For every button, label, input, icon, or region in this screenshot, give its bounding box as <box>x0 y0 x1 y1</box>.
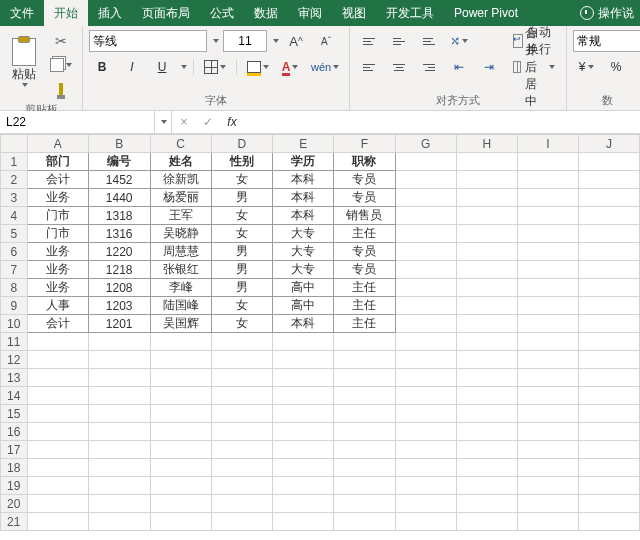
cell[interactable]: 专员 <box>334 261 395 279</box>
cell[interactable] <box>273 423 334 441</box>
cell[interactable]: 1218 <box>88 261 150 279</box>
cell[interactable] <box>273 333 334 351</box>
cell[interactable] <box>211 423 272 441</box>
cell[interactable] <box>578 189 639 207</box>
cell[interactable] <box>211 513 272 531</box>
cell[interactable]: 本科 <box>273 315 334 333</box>
cell[interactable]: 本科 <box>273 171 334 189</box>
cell[interactable]: 1201 <box>88 315 150 333</box>
cell[interactable] <box>456 513 517 531</box>
cell[interactable] <box>27 405 88 423</box>
cell[interactable]: 职称 <box>334 153 395 171</box>
number-format-select[interactable] <box>573 30 640 52</box>
cell[interactable] <box>395 477 456 495</box>
indent-decrease-button[interactable]: ⇤ <box>446 56 472 78</box>
tab-开发工具[interactable]: 开发工具 <box>376 0 444 26</box>
cell[interactable]: 部门 <box>27 153 88 171</box>
cell[interactable] <box>150 405 211 423</box>
cell[interactable]: 大专 <box>273 261 334 279</box>
cell[interactable] <box>273 459 334 477</box>
tab-页面布局[interactable]: 页面布局 <box>132 0 200 26</box>
shrink-font-button[interactable]: Aˇ <box>313 30 339 52</box>
cell[interactable]: 业务 <box>27 189 88 207</box>
cell[interactable] <box>395 315 456 333</box>
cell[interactable] <box>517 315 578 333</box>
cell[interactable] <box>456 405 517 423</box>
cell[interactable] <box>395 459 456 477</box>
cell[interactable] <box>273 351 334 369</box>
cell[interactable]: 1316 <box>88 225 150 243</box>
spreadsheet-grid[interactable]: ABCDEFGHIJ 1部门编号姓名性别学历职称2会计1452徐新凯女本科专员3… <box>0 134 640 540</box>
name-box[interactable] <box>0 111 155 133</box>
cell[interactable] <box>150 351 211 369</box>
cell[interactable]: 会计 <box>27 171 88 189</box>
cell[interactable] <box>88 333 150 351</box>
cell[interactable] <box>334 459 395 477</box>
cell[interactable]: 男 <box>211 189 272 207</box>
tab-数据[interactable]: 数据 <box>244 0 288 26</box>
row-1[interactable]: 1 <box>1 153 28 171</box>
cell[interactable] <box>334 405 395 423</box>
phonetic-button[interactable]: wén <box>307 56 343 78</box>
cell[interactable] <box>88 405 150 423</box>
cell[interactable]: 编号 <box>88 153 150 171</box>
enter-button[interactable]: ✓ <box>196 115 220 129</box>
cell[interactable] <box>27 333 88 351</box>
cell[interactable] <box>456 171 517 189</box>
cell[interactable] <box>211 351 272 369</box>
cell[interactable] <box>395 513 456 531</box>
cell[interactable] <box>150 423 211 441</box>
cell[interactable] <box>456 441 517 459</box>
cell[interactable]: 杨爱丽 <box>150 189 211 207</box>
cell[interactable]: 女 <box>211 297 272 315</box>
cell[interactable] <box>273 495 334 513</box>
cell[interactable]: 专员 <box>334 243 395 261</box>
name-box-dropdown[interactable] <box>155 111 172 133</box>
cell[interactable] <box>211 405 272 423</box>
cell[interactable] <box>88 495 150 513</box>
cell[interactable] <box>578 513 639 531</box>
font-color-button[interactable]: A <box>277 56 303 78</box>
cell[interactable] <box>334 333 395 351</box>
copy-button[interactable] <box>46 54 76 76</box>
col-B[interactable]: B <box>88 135 150 153</box>
cell[interactable]: 业务 <box>27 261 88 279</box>
cell[interactable] <box>456 189 517 207</box>
cell[interactable] <box>456 153 517 171</box>
cell[interactable] <box>456 459 517 477</box>
chevron-down-icon[interactable] <box>213 39 219 43</box>
cell[interactable] <box>150 495 211 513</box>
cell[interactable]: 主任 <box>334 225 395 243</box>
cell[interactable] <box>517 459 578 477</box>
cell[interactable] <box>27 495 88 513</box>
cell[interactable] <box>211 369 272 387</box>
cell[interactable] <box>578 225 639 243</box>
cell[interactable]: 女 <box>211 171 272 189</box>
cell[interactable] <box>517 369 578 387</box>
col-I[interactable]: I <box>517 135 578 153</box>
row-19[interactable]: 19 <box>1 477 28 495</box>
cell[interactable] <box>578 297 639 315</box>
tab-开始[interactable]: 开始 <box>44 0 88 26</box>
cell[interactable] <box>27 513 88 531</box>
cell[interactable]: 业务 <box>27 243 88 261</box>
cell[interactable]: 业务 <box>27 279 88 297</box>
cell[interactable]: 会计 <box>27 315 88 333</box>
italic-button[interactable]: I <box>119 56 145 78</box>
cell[interactable] <box>395 279 456 297</box>
cell[interactable]: 主任 <box>334 279 395 297</box>
orientation-button[interactable]: ⤭ <box>446 30 472 52</box>
tab-审阅[interactable]: 审阅 <box>288 0 332 26</box>
cell[interactable]: 吴晓静 <box>150 225 211 243</box>
cell[interactable] <box>88 513 150 531</box>
row-10[interactable]: 10 <box>1 315 28 333</box>
row-8[interactable]: 8 <box>1 279 28 297</box>
fx-button[interactable]: fx <box>220 115 244 129</box>
cell[interactable] <box>273 441 334 459</box>
align-center-button[interactable] <box>386 56 412 78</box>
cell[interactable] <box>395 387 456 405</box>
cell[interactable] <box>578 333 639 351</box>
col-J[interactable]: J <box>578 135 639 153</box>
cell[interactable]: 吴国辉 <box>150 315 211 333</box>
cell[interactable] <box>395 423 456 441</box>
